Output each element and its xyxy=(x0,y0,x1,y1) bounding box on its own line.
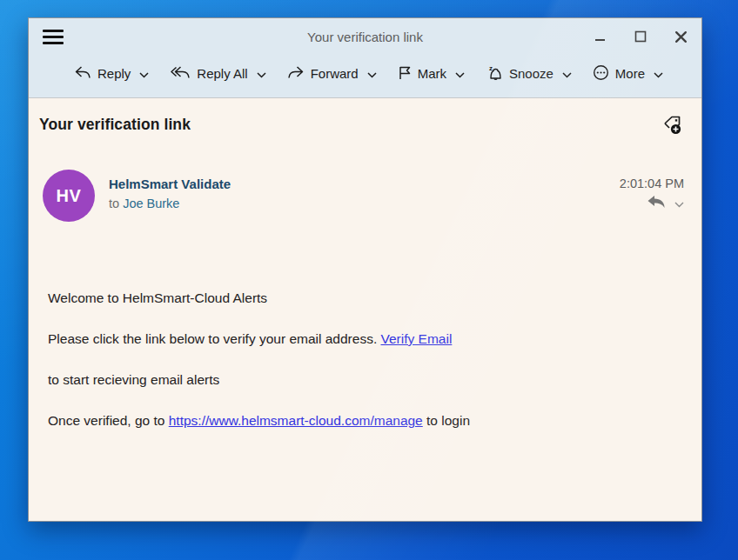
chevron-down-icon xyxy=(562,66,572,81)
reply-all-button[interactable]: Reply All xyxy=(170,65,265,83)
minimize-button[interactable] xyxy=(594,30,607,43)
chevron-down-icon xyxy=(367,66,377,81)
snooze-button[interactable]: z Snooze xyxy=(486,64,572,83)
message-meta: 2:01:04 PM xyxy=(620,170,684,212)
forward-button[interactable]: Forward xyxy=(287,65,377,83)
verify-email-link[interactable]: Verify Email xyxy=(381,331,453,346)
recipient-name[interactable]: Joe Burke xyxy=(123,197,179,210)
message-subject: Your verification link xyxy=(39,116,191,134)
title-bar: Your verification link xyxy=(29,18,701,55)
flag-icon xyxy=(398,65,412,83)
body-line-4-pre: Once verified, go to xyxy=(48,413,169,428)
reply-icon xyxy=(74,65,91,83)
body-line-4-post: to login xyxy=(423,413,470,428)
message-body: Welcome to HelmSmart-Cloud Alerts Please… xyxy=(48,290,684,453)
mark-button[interactable]: Mark xyxy=(398,65,465,83)
sender-avatar[interactable]: HV xyxy=(43,170,95,222)
reply-all-label: Reply All xyxy=(197,66,247,81)
mail-message-window: Your verification link xyxy=(28,17,702,522)
chevron-down-icon xyxy=(257,66,266,81)
message-toolbar: Reply Reply All xyxy=(29,55,701,97)
snooze-bell-icon: z xyxy=(486,64,503,83)
reply-label: Reply xyxy=(97,66,131,81)
svg-text:z: z xyxy=(489,64,493,72)
forward-label: Forward xyxy=(311,66,359,81)
hamburger-menu-icon[interactable] xyxy=(43,26,64,47)
quick-actions xyxy=(620,195,684,212)
quick-reply-icon[interactable] xyxy=(647,195,666,212)
reply-button[interactable]: Reply xyxy=(74,65,149,83)
chevron-down-icon xyxy=(654,66,663,81)
add-tag-icon[interactable] xyxy=(661,114,684,140)
subject-row: Your verification link xyxy=(29,98,701,140)
to-prefix: to xyxy=(109,197,123,210)
forward-icon xyxy=(287,65,305,83)
snooze-label: Snooze xyxy=(509,66,554,81)
manage-url-link[interactable]: https://www.helmsmart-cloud.com/manage xyxy=(169,413,423,428)
sender-name[interactable]: HelmSmart Validate xyxy=(109,177,231,191)
chevron-down-icon xyxy=(139,66,149,81)
body-line-2: Please click the link below to verify yo… xyxy=(48,330,684,348)
body-line-3: to start recieving email alerts xyxy=(48,371,684,389)
maximize-button[interactable] xyxy=(634,30,647,43)
reply-all-icon xyxy=(170,65,191,83)
body-line-1: Welcome to HelmSmart-Cloud Alerts xyxy=(48,290,684,307)
sender-info: HelmSmart Validate to Joe Burke xyxy=(109,177,231,210)
window-controls xyxy=(594,30,688,43)
timestamp: 2:01:04 PM xyxy=(620,177,684,190)
recipient-line: to Joe Burke xyxy=(109,197,231,210)
sender-row: HV HelmSmart Validate to Joe Burke 2:01:… xyxy=(43,170,684,222)
body-line-4: Once verified, go to https://www.helmsma… xyxy=(48,412,684,430)
window-chrome: Your verification link xyxy=(29,18,701,98)
body-line-2-text: Please click the link below to verify yo… xyxy=(48,331,381,346)
chevron-down-icon xyxy=(455,66,465,81)
desktop-background: Your verification link xyxy=(0,0,738,560)
mark-label: Mark xyxy=(418,66,446,81)
more-label: More xyxy=(615,66,645,81)
quick-reply-chevron-down-icon[interactable] xyxy=(674,196,684,211)
more-ellipsis-icon xyxy=(593,64,609,83)
close-button[interactable] xyxy=(674,30,688,43)
more-button[interactable]: More xyxy=(593,64,663,83)
